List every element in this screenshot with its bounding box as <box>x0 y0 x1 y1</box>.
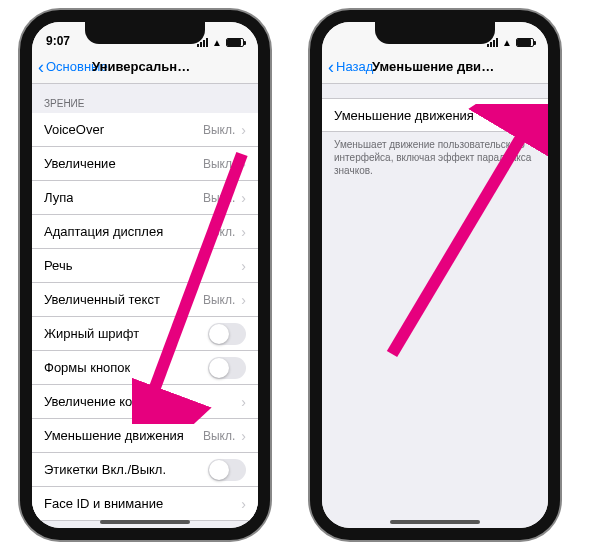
toggle[interactable] <box>208 357 246 379</box>
battery-icon <box>516 38 534 47</box>
chevron-left-icon: ‹ <box>328 58 334 76</box>
chevron-right-icon: › <box>241 224 246 240</box>
toggle[interactable] <box>208 459 246 481</box>
row-bold-text[interactable]: Жирный шрифт <box>32 317 258 351</box>
home-indicator[interactable] <box>100 520 190 524</box>
chevron-right-icon: › <box>241 122 246 138</box>
row-voiceover[interactable]: VoiceOver Выкл.› <box>32 113 258 147</box>
back-button[interactable]: ‹ Назад <box>328 58 373 76</box>
chevron-right-icon: › <box>241 156 246 172</box>
nav-bar: ‹ Назад Уменьшение движения <box>322 50 548 84</box>
row-reduce-motion[interactable]: Уменьшение движения <box>322 98 548 132</box>
home-indicator[interactable] <box>390 520 480 524</box>
footer-description: Уменьшает движение пользовательского инт… <box>322 132 548 183</box>
clock: 9:07 <box>46 34 70 48</box>
status-icons: ▲ <box>487 37 534 48</box>
row-button-shapes[interactable]: Формы кнопок <box>32 351 258 385</box>
wifi-icon: ▲ <box>212 37 222 48</box>
row-faceid[interactable]: Face ID и внимание › <box>32 487 258 521</box>
row-zoom[interactable]: Увеличение Выкл.› <box>32 147 258 181</box>
phone-left: 9:07 ▲ ‹ Основные Универсальный доступ З… <box>20 10 270 540</box>
chevron-right-icon: › <box>241 190 246 206</box>
toggle[interactable] <box>498 104 536 126</box>
notch <box>85 22 205 44</box>
chevron-left-icon: ‹ <box>38 58 44 76</box>
phone-right: ▲ ‹ Назад Уменьшение движения Уменьшение… <box>310 10 560 540</box>
row-magnifier[interactable]: Лупа Выкл.› <box>32 181 258 215</box>
battery-icon <box>226 38 244 47</box>
row-speech[interactable]: Речь › <box>32 249 258 283</box>
content[interactable]: Уменьшение движения Уменьшает движение п… <box>322 84 548 528</box>
wifi-icon: ▲ <box>502 37 512 48</box>
row-reduce-motion[interactable]: Уменьшение движения Выкл.› <box>32 419 258 453</box>
chevron-right-icon: › <box>241 292 246 308</box>
row-large-text[interactable]: Увеличенный текст Выкл.› <box>32 283 258 317</box>
chevron-right-icon: › <box>241 428 246 444</box>
row-contrast[interactable]: Увеличение контраста › <box>32 385 258 419</box>
back-label: Назад <box>336 59 373 74</box>
chevron-right-icon: › <box>241 394 246 410</box>
section-vision: ЗРЕНИЕ <box>32 84 258 113</box>
toggle[interactable] <box>208 323 246 345</box>
content[interactable]: ЗРЕНИЕ VoiceOver Выкл.› Увеличение Выкл.… <box>32 84 258 528</box>
chevron-right-icon: › <box>241 496 246 512</box>
back-button[interactable]: ‹ Основные <box>38 58 108 76</box>
notch <box>375 22 495 44</box>
row-onoff-labels[interactable]: Этикетки Вкл./Выкл. <box>32 453 258 487</box>
chevron-right-icon: › <box>241 258 246 274</box>
row-display[interactable]: Адаптация дисплея Вкл.› <box>32 215 258 249</box>
nav-bar: ‹ Основные Универсальный доступ <box>32 50 258 84</box>
status-icons: ▲ <box>197 37 244 48</box>
back-label: Основные <box>46 59 108 74</box>
